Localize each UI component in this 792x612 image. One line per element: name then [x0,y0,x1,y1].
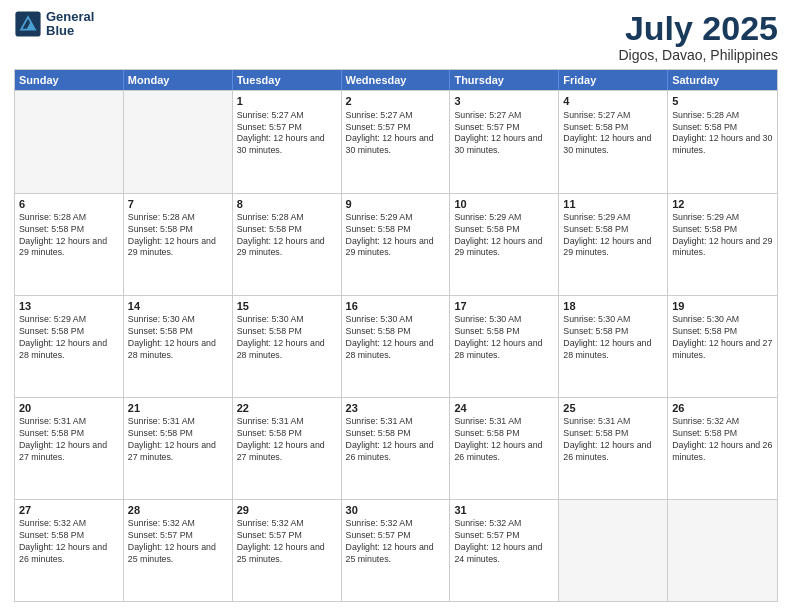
calendar-cell: 26Sunrise: 5:32 AMSunset: 5:58 PMDayligh… [668,398,777,499]
logo-text: General Blue [46,10,94,39]
day-info: Sunrise: 5:29 AMSunset: 5:58 PMDaylight:… [19,314,119,362]
calendar-header-cell: Thursday [450,70,559,90]
calendar-cell: 30Sunrise: 5:32 AMSunset: 5:57 PMDayligh… [342,500,451,601]
page: General Blue July 2025 Digos, Davao, Phi… [0,0,792,612]
day-info: Sunrise: 5:31 AMSunset: 5:58 PMDaylight:… [128,416,228,464]
day-number: 31 [454,503,554,517]
calendar-cell: 6Sunrise: 5:28 AMSunset: 5:58 PMDaylight… [15,194,124,295]
day-info: Sunrise: 5:30 AMSunset: 5:58 PMDaylight:… [563,314,663,362]
day-info: Sunrise: 5:31 AMSunset: 5:58 PMDaylight:… [346,416,446,464]
day-info: Sunrise: 5:27 AMSunset: 5:57 PMDaylight:… [454,110,554,158]
calendar-week: 27Sunrise: 5:32 AMSunset: 5:58 PMDayligh… [15,499,777,601]
main-title: July 2025 [618,10,778,47]
calendar-cell: 8Sunrise: 5:28 AMSunset: 5:58 PMDaylight… [233,194,342,295]
calendar-cell [668,500,777,601]
calendar-cell: 29Sunrise: 5:32 AMSunset: 5:57 PMDayligh… [233,500,342,601]
calendar-header-cell: Saturday [668,70,777,90]
calendar-cell: 10Sunrise: 5:29 AMSunset: 5:58 PMDayligh… [450,194,559,295]
calendar-week: 1Sunrise: 5:27 AMSunset: 5:57 PMDaylight… [15,90,777,192]
calendar-cell: 31Sunrise: 5:32 AMSunset: 5:57 PMDayligh… [450,500,559,601]
calendar-cell [124,91,233,192]
day-info: Sunrise: 5:29 AMSunset: 5:58 PMDaylight:… [454,212,554,260]
day-number: 17 [454,299,554,313]
day-info: Sunrise: 5:31 AMSunset: 5:58 PMDaylight:… [454,416,554,464]
calendar-header-cell: Monday [124,70,233,90]
day-number: 10 [454,197,554,211]
header: General Blue July 2025 Digos, Davao, Phi… [14,10,778,63]
calendar-cell: 2Sunrise: 5:27 AMSunset: 5:57 PMDaylight… [342,91,451,192]
calendar-cell [15,91,124,192]
day-info: Sunrise: 5:27 AMSunset: 5:57 PMDaylight:… [237,110,337,158]
day-info: Sunrise: 5:29 AMSunset: 5:58 PMDaylight:… [563,212,663,260]
calendar-body: 1Sunrise: 5:27 AMSunset: 5:57 PMDaylight… [15,90,777,601]
day-number: 27 [19,503,119,517]
day-number: 11 [563,197,663,211]
calendar: SundayMondayTuesdayWednesdayThursdayFrid… [14,69,778,602]
calendar-cell: 23Sunrise: 5:31 AMSunset: 5:58 PMDayligh… [342,398,451,499]
calendar-header-cell: Tuesday [233,70,342,90]
calendar-cell: 7Sunrise: 5:28 AMSunset: 5:58 PMDaylight… [124,194,233,295]
calendar-cell: 15Sunrise: 5:30 AMSunset: 5:58 PMDayligh… [233,296,342,397]
calendar-cell: 12Sunrise: 5:29 AMSunset: 5:58 PMDayligh… [668,194,777,295]
day-number: 25 [563,401,663,415]
day-info: Sunrise: 5:28 AMSunset: 5:58 PMDaylight:… [128,212,228,260]
calendar-week: 6Sunrise: 5:28 AMSunset: 5:58 PMDaylight… [15,193,777,295]
day-info: Sunrise: 5:32 AMSunset: 5:57 PMDaylight:… [346,518,446,566]
day-info: Sunrise: 5:27 AMSunset: 5:58 PMDaylight:… [563,110,663,158]
calendar-cell: 11Sunrise: 5:29 AMSunset: 5:58 PMDayligh… [559,194,668,295]
calendar-cell: 21Sunrise: 5:31 AMSunset: 5:58 PMDayligh… [124,398,233,499]
day-info: Sunrise: 5:31 AMSunset: 5:58 PMDaylight:… [19,416,119,464]
day-number: 5 [672,94,773,108]
day-number: 2 [346,94,446,108]
day-number: 15 [237,299,337,313]
calendar-cell: 27Sunrise: 5:32 AMSunset: 5:58 PMDayligh… [15,500,124,601]
day-number: 19 [672,299,773,313]
day-info: Sunrise: 5:29 AMSunset: 5:58 PMDaylight:… [672,212,773,260]
calendar-header-cell: Wednesday [342,70,451,90]
day-info: Sunrise: 5:30 AMSunset: 5:58 PMDaylight:… [128,314,228,362]
day-info: Sunrise: 5:32 AMSunset: 5:57 PMDaylight:… [454,518,554,566]
day-info: Sunrise: 5:30 AMSunset: 5:58 PMDaylight:… [237,314,337,362]
calendar-cell: 14Sunrise: 5:30 AMSunset: 5:58 PMDayligh… [124,296,233,397]
day-info: Sunrise: 5:31 AMSunset: 5:58 PMDaylight:… [237,416,337,464]
day-number: 29 [237,503,337,517]
calendar-cell: 25Sunrise: 5:31 AMSunset: 5:58 PMDayligh… [559,398,668,499]
day-info: Sunrise: 5:32 AMSunset: 5:58 PMDaylight:… [672,416,773,464]
day-info: Sunrise: 5:27 AMSunset: 5:57 PMDaylight:… [346,110,446,158]
day-info: Sunrise: 5:30 AMSunset: 5:58 PMDaylight:… [672,314,773,362]
logo-line1: General [46,10,94,24]
calendar-cell: 18Sunrise: 5:30 AMSunset: 5:58 PMDayligh… [559,296,668,397]
day-info: Sunrise: 5:30 AMSunset: 5:58 PMDaylight:… [454,314,554,362]
day-number: 13 [19,299,119,313]
day-info: Sunrise: 5:29 AMSunset: 5:58 PMDaylight:… [346,212,446,260]
day-number: 7 [128,197,228,211]
logo-icon [14,10,42,38]
svg-rect-0 [15,12,40,37]
day-number: 23 [346,401,446,415]
day-number: 18 [563,299,663,313]
calendar-cell: 19Sunrise: 5:30 AMSunset: 5:58 PMDayligh… [668,296,777,397]
calendar-cell: 22Sunrise: 5:31 AMSunset: 5:58 PMDayligh… [233,398,342,499]
calendar-header-cell: Sunday [15,70,124,90]
day-number: 21 [128,401,228,415]
calendar-week: 20Sunrise: 5:31 AMSunset: 5:58 PMDayligh… [15,397,777,499]
day-number: 14 [128,299,228,313]
calendar-cell: 13Sunrise: 5:29 AMSunset: 5:58 PMDayligh… [15,296,124,397]
day-info: Sunrise: 5:28 AMSunset: 5:58 PMDaylight:… [672,110,773,158]
calendar-header-cell: Friday [559,70,668,90]
day-number: 4 [563,94,663,108]
day-number: 1 [237,94,337,108]
day-number: 16 [346,299,446,313]
day-number: 3 [454,94,554,108]
subtitle: Digos, Davao, Philippines [618,47,778,63]
day-number: 26 [672,401,773,415]
day-number: 28 [128,503,228,517]
calendar-cell [559,500,668,601]
calendar-week: 13Sunrise: 5:29 AMSunset: 5:58 PMDayligh… [15,295,777,397]
title-block: July 2025 Digos, Davao, Philippines [618,10,778,63]
day-info: Sunrise: 5:31 AMSunset: 5:58 PMDaylight:… [563,416,663,464]
logo-line2: Blue [46,24,94,38]
day-number: 20 [19,401,119,415]
calendar-cell: 3Sunrise: 5:27 AMSunset: 5:57 PMDaylight… [450,91,559,192]
calendar-cell: 9Sunrise: 5:29 AMSunset: 5:58 PMDaylight… [342,194,451,295]
